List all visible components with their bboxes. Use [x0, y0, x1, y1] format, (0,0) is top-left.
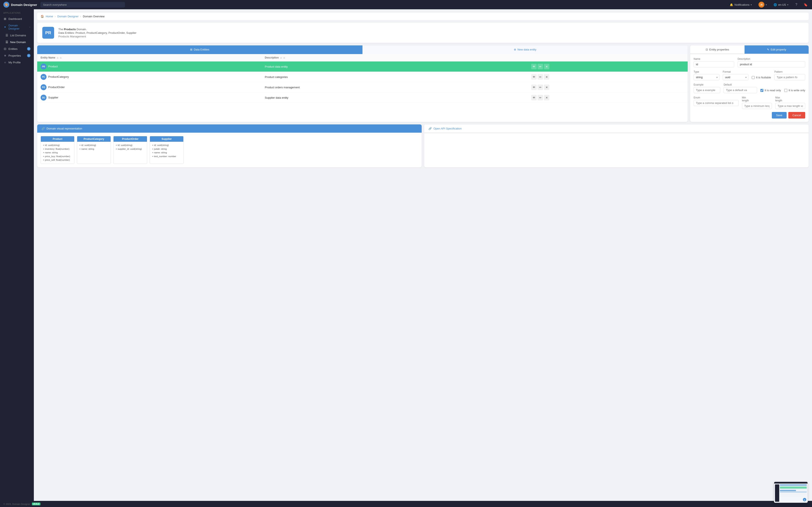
notifications-button[interactable]: 🔔 Notifications ▾ [728, 2, 753, 7]
breadcrumb-domain-designer[interactable]: Domain Designer [57, 15, 79, 18]
domain-header-card: PR The Products Domain. Data Entities: P… [37, 22, 809, 43]
sidebar-item-label: Dashboard [8, 17, 31, 20]
max-length-input[interactable] [775, 103, 805, 109]
app-name: Domain Designer [11, 3, 37, 7]
bookmark-icon[interactable]: 🔖 [803, 2, 809, 8]
table-row[interactable]: PRProductProduct data entity 👁 ✏ ✕ [37, 61, 688, 72]
description-input[interactable] [738, 61, 805, 67]
delete-button[interactable]: ✕ [544, 74, 549, 80]
props-icon: ⊡ [706, 48, 708, 51]
view-button[interactable]: 👁 [531, 74, 537, 80]
example-input[interactable] [694, 87, 720, 93]
type-label: Type [694, 70, 719, 73]
filter-icon[interactable]: ⌂ [283, 56, 285, 59]
sort-icon[interactable]: ⌂ [57, 56, 58, 59]
row-actions: 👁 ✏ ✕ [531, 74, 684, 80]
tab-entity-properties[interactable]: ⊡ Entity properties [690, 45, 745, 54]
tab-edit-property[interactable]: ✎ Edit property [745, 45, 809, 54]
name-input[interactable] [694, 61, 734, 67]
entity-diagram: ProductOrder+ id: uuid(string)+ supplier… [113, 136, 147, 164]
sort-icon[interactable]: ⌂ [281, 56, 282, 59]
openapi-panel: 🔗 Open API Specification [424, 124, 809, 167]
language-selector[interactable]: 🌐 en-US ▾ [772, 2, 790, 7]
chevron-down-icon: ▾ [751, 4, 752, 6]
tab-new-data-entity[interactable]: ⊕ New data entity [362, 45, 688, 54]
entity-diagram-row: + test_number: number [152, 155, 181, 158]
entity-diagram-row: + id: uuid(string) [43, 144, 72, 147]
read-only-checkbox[interactable] [760, 89, 763, 92]
avatar: JE [759, 2, 764, 8]
min-length-input[interactable] [742, 103, 772, 109]
breadcrumb-home[interactable]: Home [46, 15, 53, 18]
properties-tab-bar: ⊡ Entity properties ✎ Edit property [690, 45, 809, 54]
user-avatar-section[interactable]: JE ▾ [757, 1, 768, 8]
table-row[interactable]: POProductOrderProduct orders management … [37, 82, 688, 93]
tab-openapi[interactable]: 🔗 Open API Specification [424, 124, 809, 133]
table-row[interactable]: PCProductCategoryProduct categories 👁 ✏ … [37, 72, 688, 82]
domain-info: The Products Domain. Data Entities: Prod… [58, 28, 136, 38]
sidebar-item-dashboard[interactable]: ⊞ Dashboard [0, 15, 34, 22]
enum-input[interactable] [694, 100, 739, 106]
domain-name: Products [64, 28, 76, 31]
entity-diagram-row: + price_sell: float(number) [43, 158, 72, 162]
view-button[interactable]: 👁 [531, 84, 537, 90]
properties-panel: ⊡ Entity properties ✎ Edit property Name [690, 45, 809, 122]
delete-button[interactable]: ✕ [544, 84, 549, 90]
filter-icon[interactable]: ⌂ [60, 56, 61, 59]
format-label: Format [723, 70, 749, 73]
sidebar-item-list-domains[interactable]: ☰ List Domains [2, 32, 34, 39]
tab-label: Data Entities [194, 48, 209, 51]
edit-icon: ✎ [767, 48, 769, 51]
default-input[interactable] [724, 87, 757, 93]
edit-button[interactable]: ✏ [538, 64, 543, 69]
cancel-button[interactable]: Cancel [788, 112, 805, 118]
properties-icon: ≡ [3, 54, 7, 57]
entity-diagram-row: + inventory: float(number) [43, 147, 72, 151]
edit-button[interactable]: ✏ [538, 95, 543, 100]
example-label: Example [694, 83, 720, 86]
sidebar-item-label: My Profile [8, 61, 31, 64]
write-only-checkbox[interactable] [784, 89, 787, 92]
sidebar-item-entities[interactable]: ⊡ Entities + [0, 45, 34, 52]
sidebar-item-domain-designer[interactable]: ✦ Domain Designer − [0, 22, 34, 32]
sidebar-item-new-domain[interactable]: ☰ New Domain [2, 39, 34, 45]
entity-diagram: Product+ id: uuid(string)+ inventory: fl… [41, 136, 74, 164]
tab-label: Edit property [770, 48, 786, 51]
type-select[interactable]: stringnumberbooleanobjectarray [694, 74, 719, 80]
sidebar-item-properties[interactable]: ≡ Properties + [0, 52, 34, 59]
save-button[interactable]: Save [772, 112, 786, 118]
nullable-checkbox[interactable] [752, 76, 755, 79]
sidebar-item-my-profile[interactable]: ○ My Profile [0, 59, 34, 66]
new-domain-icon: ☰ [5, 40, 8, 44]
delete-button[interactable]: ✕ [544, 64, 549, 69]
tab-data-entities[interactable]: ⊞ Data Entities [37, 45, 362, 54]
pattern-input[interactable] [774, 74, 805, 80]
entity-diagram-row: + name: string [79, 147, 108, 151]
tab-visual-representation[interactable]: 🔗 Domain visual representation [37, 124, 422, 133]
format-select[interactable]: uuiddatedate-timeemailurinone [723, 74, 749, 80]
entity-name: ProductCategory [48, 75, 69, 78]
entities-list: Product, ProductCategory, ProductOrder, … [75, 31, 136, 35]
search-bar[interactable]: Search everywhere [40, 2, 125, 8]
entities-tab-bar: ⊞ Data Entities ⊕ New data entity [37, 45, 688, 54]
entity-diagram-row: + id: uuid(string) [79, 144, 108, 147]
nullable-label[interactable]: It is Nullable [756, 76, 771, 79]
table-row[interactable]: SUSupplierSupplier data entity 👁 ✏ ✕ [37, 93, 688, 103]
tab-label: New data entity [517, 48, 537, 51]
delete-button[interactable]: ✕ [544, 95, 549, 100]
view-button[interactable]: 👁 [531, 95, 537, 100]
read-only-label[interactable]: It is read only [765, 89, 781, 92]
sidebar-item-label: Entities [8, 47, 26, 51]
write-only-label[interactable]: It is write only [789, 89, 805, 92]
edit-button[interactable]: ✏ [538, 84, 543, 90]
edit-button[interactable]: ✏ [538, 74, 543, 80]
entity-diagram-row: + price_buy: float(number) [43, 155, 72, 158]
table-icon: ⊞ [190, 48, 192, 51]
help-icon[interactable]: ? [794, 2, 799, 8]
thumbnail-chevron[interactable]: ▲ [803, 498, 806, 501]
entity-diagram-row: + name: string [152, 151, 181, 155]
tab-label: Open API Specification [434, 127, 462, 130]
view-button[interactable]: 👁 [531, 64, 537, 69]
footer-copyright: © 2023, Domain Designer [3, 503, 30, 505]
entity-diagram-row: + id: uuid(string) [116, 144, 145, 147]
